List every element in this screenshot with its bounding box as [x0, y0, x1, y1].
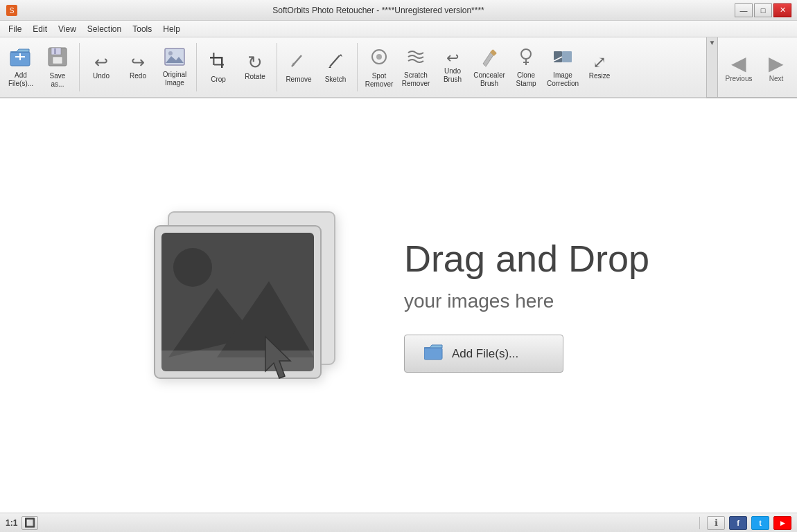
remove-button[interactable]: Remove	[281, 40, 317, 94]
undo-brush-button[interactable]: ↩ UndoBrush	[435, 40, 471, 94]
svg-rect-5	[19, 53, 21, 60]
sketch-icon	[326, 51, 345, 74]
toolbar: AddFile(s)... Saveas... ↩ Undo ↪ Redo Or…	[0, 37, 706, 98]
menu-edit[interactable]: Edit	[27, 21, 53, 37]
svg-rect-13	[213, 53, 215, 65]
clone-stamp-icon	[516, 47, 536, 70]
drag-drop-heading: Drag and Drop	[404, 238, 649, 279]
resize-button[interactable]: ⤢ Resize	[581, 40, 618, 94]
main-area: Drag and Drop your images here Add File(…	[0, 98, 797, 513]
undo-brush-icon: ↩	[446, 51, 459, 66]
separator-2	[196, 43, 197, 91]
statusbar: 1:1 🔲 ℹ f t ▶	[0, 513, 797, 532]
separator-3	[277, 43, 277, 91]
crop-label: Crop	[211, 76, 226, 84]
facebook-icon[interactable]: f	[729, 516, 747, 530]
rotate-label: Rotate	[245, 73, 265, 81]
drag-drop-subtext: your images here	[404, 290, 554, 312]
next-label: Next	[769, 75, 784, 82]
separator-4	[357, 43, 358, 91]
clone-stamp-label: CloneStamp	[516, 71, 536, 88]
image-correction-button[interactable]: ImageCorrection	[545, 40, 581, 94]
svg-point-20	[521, 49, 531, 59]
crop-button[interactable]: Crop	[200, 40, 236, 94]
spot-remover-label: SpotRemover	[365, 72, 394, 89]
svg-rect-8	[53, 57, 62, 64]
svg-text:S: S	[10, 7, 15, 15]
previous-button[interactable]: ◀ Previous	[721, 40, 757, 94]
concealer-brush-button[interactable]: ConcealerBrush	[471, 40, 507, 94]
rotate-icon: ↻	[247, 53, 263, 71]
toolbar-scroll-arrow[interactable]: ▼	[709, 39, 716, 46]
app-icon: S	[6, 4, 18, 17]
titlebar-controls: — □ ✕	[735, 3, 791, 17]
undo-button[interactable]: ↩ Undo	[83, 40, 119, 94]
previous-label: Previous	[726, 75, 753, 82]
resize-label: Resize	[589, 72, 611, 80]
info-button[interactable]: ℹ	[707, 516, 725, 530]
svg-point-18	[376, 54, 382, 60]
svg-point-27	[173, 248, 212, 287]
menubar: File Edit View Selection Tools Help	[0, 21, 797, 37]
add-files-button[interactable]: AddFile(s)...	[3, 40, 39, 94]
zoom-icon[interactable]: 🔲	[21, 516, 38, 530]
resize-icon: ⤢	[593, 54, 606, 71]
svg-rect-16	[221, 57, 223, 68]
svg-rect-15	[210, 57, 222, 59]
sketch-button[interactable]: Sketch	[317, 40, 353, 94]
svg-rect-9	[54, 48, 56, 54]
sketch-label: Sketch	[325, 76, 347, 84]
status-sep-1	[699, 517, 700, 529]
menu-view[interactable]: View	[53, 21, 82, 37]
scratch-remover-icon	[405, 47, 426, 70]
next-button[interactable]: ▶ Next	[758, 40, 794, 94]
next-icon: ▶	[769, 52, 784, 75]
add-files-main-button[interactable]: Add File(s)...	[404, 335, 563, 373]
svg-rect-22	[562, 51, 572, 62]
redo-button[interactable]: ↪ Redo	[120, 40, 156, 94]
remove-icon	[289, 51, 308, 74]
menu-file[interactable]: File	[3, 21, 27, 37]
menu-tools[interactable]: Tools	[127, 21, 157, 37]
original-image-button[interactable]: OriginalImage	[157, 40, 193, 94]
save-as-icon	[47, 46, 68, 71]
twitter-icon[interactable]: t	[751, 516, 769, 530]
separator-1	[79, 43, 80, 91]
undo-label: Undo	[93, 72, 110, 80]
crop-icon	[209, 51, 228, 74]
close-button[interactable]: ✕	[773, 3, 791, 17]
redo-icon: ↪	[131, 54, 145, 71]
menu-help[interactable]: Help	[157, 21, 186, 37]
nav-area: ◀ Previous ▶ Next	[717, 37, 797, 97]
image-correction-icon	[552, 47, 573, 70]
clone-stamp-button[interactable]: CloneStamp	[508, 40, 544, 94]
svg-rect-32	[424, 348, 442, 360]
save-as-label: Saveas...	[50, 72, 66, 89]
redo-label: Redo	[130, 72, 146, 80]
undo-brush-label: UndoBrush	[444, 67, 462, 84]
maximize-button[interactable]: □	[754, 3, 772, 17]
menu-selection[interactable]: Selection	[82, 21, 127, 37]
rotate-button[interactable]: ↻ Rotate	[237, 40, 273, 94]
scratch-remover-button[interactable]: ScratchRemover	[398, 40, 434, 94]
dropzone[interactable]: Drag and Drop your images here Add File(…	[148, 198, 649, 413]
drop-text-area: Drag and Drop your images here Add File(…	[404, 238, 649, 373]
concealer-brush-icon	[479, 47, 500, 70]
svg-point-11	[168, 51, 173, 55]
image-correction-label: ImageCorrection	[547, 71, 579, 88]
original-image-icon	[164, 48, 185, 69]
youtube-icon[interactable]: ▶	[773, 516, 791, 530]
remove-label: Remove	[286, 76, 311, 84]
svg-marker-33	[424, 345, 442, 348]
drop-illustration-svg	[148, 198, 362, 413]
original-image-label: OriginalImage	[163, 71, 186, 87]
add-files-icon	[10, 47, 32, 70]
save-as-button[interactable]: Saveas...	[40, 40, 76, 94]
folder-icon	[424, 344, 444, 364]
undo-icon: ↩	[94, 54, 108, 71]
minimize-button[interactable]: —	[735, 3, 753, 17]
titlebar-title: SoftOrbits Photo Retoucher - ****Unregis…	[22, 6, 735, 15]
spot-remover-button[interactable]: SpotRemover	[361, 40, 397, 94]
add-files-label: AddFile(s)...	[8, 71, 33, 88]
image-illustration	[148, 198, 362, 413]
